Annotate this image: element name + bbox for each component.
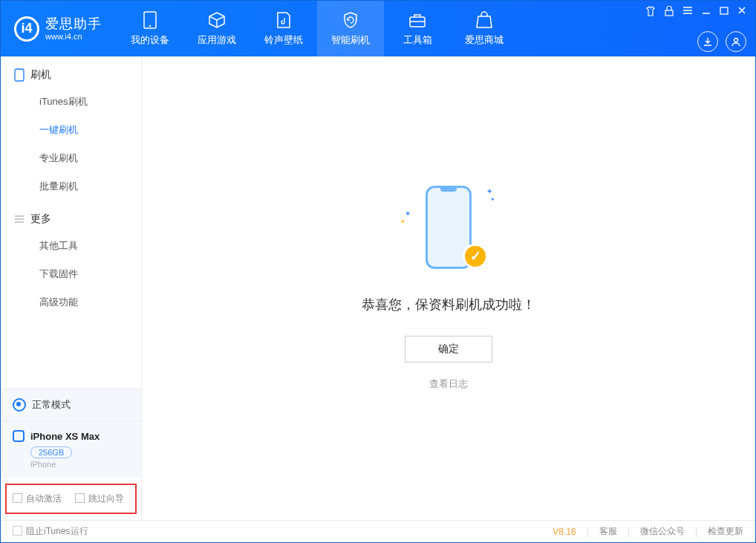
sparkle-icon: ✦: [400, 218, 405, 225]
cube-icon: [208, 11, 226, 29]
minimize-icon[interactable]: [702, 6, 711, 16]
footer-bar: 阻止iTunes运行 V8.16 | 客服 | 微信公众号 | 检查更新: [1, 520, 755, 542]
download-button[interactable]: [697, 31, 718, 52]
header-right: [645, 0, 746, 58]
device-small-icon: [14, 68, 25, 82]
menu-icon[interactable]: [682, 6, 693, 16]
section-title: 刷机: [30, 68, 51, 82]
sidebar-item-itunes-flash[interactable]: iTunes刷机: [1, 88, 141, 116]
nav-tab-device[interactable]: 我的设备: [117, 1, 183, 56]
sidebar-item-batch-flash[interactable]: 批量刷机: [1, 172, 141, 201]
sidebar-section-more: 更多: [1, 201, 141, 232]
shield-refresh-icon: [342, 11, 359, 29]
check-badge-icon: ✓: [463, 244, 488, 269]
sparkle-icon: ✦: [405, 209, 411, 218]
view-log-link[interactable]: 查看日志: [429, 377, 468, 391]
nav-label: 铃声壁纸: [264, 33, 303, 47]
logo-icon: i4: [14, 16, 39, 42]
window-controls: [645, 6, 746, 16]
device-mode-row[interactable]: 正常模式: [1, 389, 141, 421]
nav-label: 智能刷机: [331, 33, 370, 47]
logo: i4 爱思助手 www.i4.cn: [14, 16, 102, 42]
sidebar-item-oneclick-flash[interactable]: 一键刷机: [1, 116, 141, 144]
shirt-icon[interactable]: [645, 6, 656, 16]
logo-text: 爱思助手 www.i4.cn: [45, 16, 102, 41]
mode-icon: [13, 398, 26, 412]
device-type: iPhone: [30, 460, 129, 469]
auto-activate-checkbox[interactable]: 自动激活: [13, 492, 62, 505]
sparkle-icon: ✦: [490, 196, 495, 203]
nav-tab-ringtone[interactable]: 铃声壁纸: [250, 1, 317, 56]
music-file-icon: [275, 11, 293, 29]
sidebar-section-flash: 刷机: [1, 56, 141, 88]
sparkle-icon: ✦: [486, 187, 492, 195]
main-content: ✦ ✦ ✦ ✦ ✓ 恭喜您，保资料刷机成功啦！ 确定 查看日志: [142, 56, 755, 520]
nav-tab-flash[interactable]: 智能刷机: [317, 1, 384, 56]
app-name-en: www.i4.cn: [45, 32, 102, 42]
app-name-cn: 爱思助手: [45, 16, 102, 32]
wechat-link[interactable]: 微信公众号: [640, 525, 685, 538]
nav-label: 我的设备: [131, 33, 169, 47]
support-link[interactable]: 客服: [599, 525, 617, 538]
mode-text: 正常模式: [32, 398, 71, 412]
version-text: V8.16: [553, 527, 576, 537]
nav-tab-store[interactable]: 爱思商城: [451, 1, 518, 56]
nav-label: 工具箱: [403, 33, 432, 47]
list-icon: [14, 214, 25, 224]
close-icon[interactable]: [737, 6, 746, 16]
section-title: 更多: [30, 212, 51, 226]
sidebar: 刷机 iTunes刷机 一键刷机 专业刷机 批量刷机 更多 其他工具 下载固件 …: [1, 56, 142, 520]
success-illustration: ✦ ✦ ✦ ✦ ✓: [400, 186, 497, 275]
success-message: 恭喜您，保资料刷机成功啦！: [362, 296, 535, 313]
block-itunes-checkbox[interactable]: 阻止iTunes运行: [13, 525, 88, 538]
app-header: i4 爱思助手 www.i4.cn 我的设备 应用游戏 铃声壁纸: [1, 1, 755, 56]
check-update-link[interactable]: 检查更新: [708, 525, 743, 538]
bag-icon: [475, 11, 493, 29]
toolbox-icon: [408, 11, 426, 29]
ok-button[interactable]: 确定: [405, 336, 492, 362]
device-icon: [13, 430, 25, 442]
device-name-text: iPhone XS Max: [30, 431, 100, 442]
options-highlight-box: 自动激活 跳过向导: [5, 484, 137, 514]
sidebar-item-download-firmware[interactable]: 下载固件: [1, 260, 141, 288]
svg-point-5: [734, 38, 738, 42]
lock-icon[interactable]: [665, 6, 674, 16]
nav-tab-toolbox[interactable]: 工具箱: [384, 1, 451, 56]
skip-wizard-checkbox[interactable]: 跳过向导: [75, 492, 124, 505]
sidebar-item-pro-flash[interactable]: 专业刷机: [1, 144, 141, 172]
phone-icon: [141, 11, 159, 29]
sidebar-item-other-tools[interactable]: 其他工具: [1, 232, 141, 260]
svg-rect-3: [665, 10, 673, 16]
nav-label: 爱思商城: [465, 33, 504, 47]
user-button[interactable]: [726, 31, 746, 52]
svg-point-1: [149, 25, 151, 26]
capacity-badge: 256GB: [30, 446, 72, 458]
nav-tab-apps[interactable]: 应用游戏: [183, 1, 250, 56]
maximize-icon[interactable]: [720, 6, 729, 16]
svg-rect-6: [15, 69, 24, 81]
device-info-row[interactable]: iPhone XS Max 256GB iPhone: [1, 421, 141, 478]
nav-label: 应用游戏: [198, 33, 236, 47]
svg-rect-4: [720, 7, 728, 14]
nav-tabs: 我的设备 应用游戏 铃声壁纸 智能刷机 工具箱: [117, 1, 518, 56]
sidebar-item-advanced[interactable]: 高级功能: [1, 288, 141, 316]
